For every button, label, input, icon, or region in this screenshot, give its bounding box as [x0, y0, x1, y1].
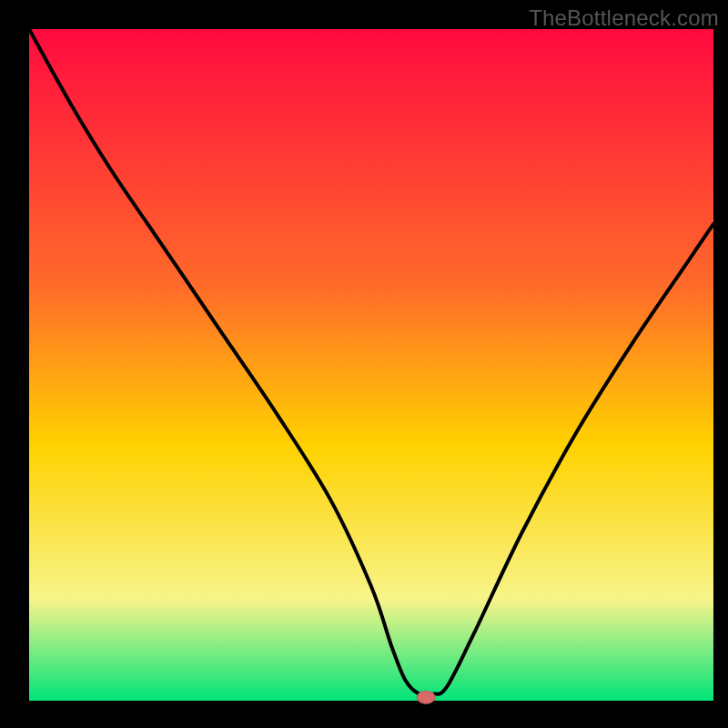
- chart-container: TheBottleneck.com: [0, 0, 728, 728]
- plot-area: [29, 29, 713, 701]
- watermark-label: TheBottleneck.com: [529, 5, 719, 31]
- minimum-marker: [417, 691, 435, 703]
- bottleneck-chart: [0, 0, 728, 728]
